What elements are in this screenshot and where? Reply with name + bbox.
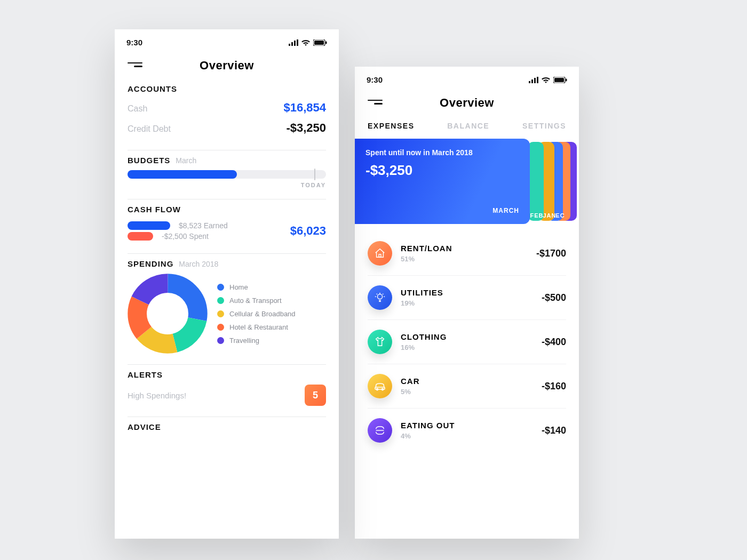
signal-icon: [529, 77, 538, 83]
spending-donut-chart[interactable]: [128, 274, 208, 354]
svg-rect-0: [529, 81, 530, 83]
legend-label: Cellular & Broadband: [229, 310, 296, 318]
cashflow-earned-row: $8,523 Earned: [128, 221, 290, 230]
svg-rect-14: [294, 41, 296, 46]
card-month-1[interactable]: [528, 142, 544, 221]
home-icon: [368, 241, 392, 266]
budget-bar[interactable]: [128, 170, 326, 179]
account-row-debt[interactable]: Credit Debt -$3,250: [128, 119, 326, 139]
legend-dot: [217, 337, 224, 344]
svg-point-24: [150, 297, 185, 331]
advice-section: ADVICE: [115, 420, 339, 444]
legend-dot: [217, 324, 224, 331]
food-icon: [368, 418, 392, 443]
page-title: Overview: [128, 59, 326, 73]
bulb-icon: [368, 285, 392, 310]
tab-expenses[interactable]: EXPENSES: [368, 122, 414, 130]
svg-rect-18: [325, 41, 327, 44]
earned-pill: [128, 221, 170, 230]
legend-item[interactable]: Travelling: [217, 337, 296, 345]
expense-item-rent[interactable]: RENT/LOAN 51% -$1700: [368, 231, 566, 276]
expense-amount: -$500: [542, 292, 566, 303]
account-row-cash[interactable]: Cash $16,854: [128, 99, 326, 119]
shirt-icon: [368, 330, 392, 354]
divider: [128, 199, 326, 199]
expense-pct: 19%: [401, 299, 533, 307]
expense-amount: -$140: [542, 425, 566, 436]
expense-item-eating[interactable]: EATING OUT 4% -$140: [368, 409, 566, 452]
svg-point-8: [377, 294, 382, 299]
signal-icon: [289, 39, 298, 46]
spent-pill: [128, 232, 153, 241]
accounts-section: ACCOUNTS Cash $16,854 Credit Debt -$3,25…: [115, 82, 339, 147]
svg-rect-7: [379, 254, 381, 258]
wifi-icon: [542, 77, 550, 83]
phone-expenses: 9:30 Overview EXPENSES BALANCE SETTINGS …: [355, 67, 579, 539]
legend-label: Travelling: [229, 337, 259, 345]
tab-balance[interactable]: BALANCE: [447, 122, 489, 130]
spending-section: SPENDING March 2018 HomeAuto & Transport…: [115, 257, 339, 361]
expense-pct: 4%: [401, 432, 533, 440]
app-header: Overview: [115, 51, 339, 82]
budget-bar-fill: [128, 170, 237, 179]
phone-overview: 9:30 Overview ACCOUNTS Cash $16,854 Cred…: [115, 29, 339, 539]
month-card-stack[interactable]: Spent until now in March 2018 -$3,250 MA…: [355, 139, 579, 224]
spending-title: SPENDING: [128, 259, 173, 268]
svg-rect-3: [537, 77, 538, 83]
legend-item[interactable]: Hotel & Restaurant: [217, 323, 296, 331]
alert-count-badge[interactable]: 5: [305, 385, 326, 406]
legend-item[interactable]: Auto & Transport: [217, 297, 296, 305]
status-time: 9:30: [126, 38, 142, 47]
expense-pct: 16%: [401, 343, 533, 351]
legend-dot: [217, 297, 224, 304]
status-bar: 9:30: [355, 67, 579, 89]
account-label: Cash: [128, 104, 147, 114]
budget-today-marker: [314, 169, 315, 180]
divider: [128, 364, 326, 365]
account-value: -$3,250: [286, 121, 326, 135]
account-value: $16,854: [283, 101, 326, 115]
legend-item[interactable]: Home: [217, 283, 296, 291]
battery-icon: [313, 39, 327, 46]
divider: [128, 253, 326, 254]
svg-rect-1: [531, 79, 533, 83]
card-month: MARCH: [365, 207, 519, 214]
card-tab-dec[interactable]: EC: [552, 212, 568, 219]
spent-label: -$2,500 Spent: [162, 232, 209, 241]
svg-rect-13: [291, 42, 293, 46]
budgets-section: BUDGETS March TODAY: [115, 154, 339, 196]
budgets-month: March: [176, 156, 196, 165]
svg-rect-6: [566, 78, 567, 81]
account-label: Credit Debt: [128, 124, 171, 134]
svg-rect-12: [289, 44, 290, 46]
expense-item-car[interactable]: CAR 5% -$160: [368, 364, 566, 409]
cashflow-section: CASH FLOW $8,523 Earned -$2,500 Spent $6…: [115, 203, 339, 250]
expense-pct: 5%: [401, 388, 533, 396]
card-current-month[interactable]: Spent until now in March 2018 -$3,250 MA…: [355, 139, 530, 224]
legend-item[interactable]: Cellular & Broadband: [217, 310, 296, 318]
wifi-icon: [301, 39, 310, 46]
spending-month: March 2018: [179, 260, 218, 268]
legend-label: Hotel & Restaurant: [229, 323, 288, 331]
expense-list: RENT/LOAN 51% -$1700 UTILITIES 19% -$500: [355, 229, 579, 454]
cashflow-title: CASH FLOW: [128, 205, 181, 214]
expense-title: CLOTHING: [401, 332, 533, 341]
expense-item-utilities[interactable]: UTILITIES 19% -$500: [368, 276, 566, 320]
svg-rect-15: [297, 39, 298, 46]
alerts-title: ALERTS: [128, 370, 163, 379]
legend-dot: [217, 284, 224, 291]
alerts-section: ALERTS High Spendings! 5: [115, 368, 339, 413]
cashflow-net: $6,023: [290, 224, 326, 238]
expense-amount: -$1700: [536, 248, 566, 259]
status-icons: [529, 77, 567, 83]
budget-today-label: TODAY: [128, 182, 326, 188]
battery-icon: [553, 77, 567, 83]
divider: [128, 417, 326, 417]
legend-label: Home: [229, 283, 248, 291]
expense-title: CAR: [401, 377, 533, 386]
tab-settings[interactable]: SETTINGS: [522, 122, 566, 130]
expense-item-clothing[interactable]: CLOTHING 16% -$400: [368, 320, 566, 364]
budgets-title: BUDGETS: [128, 156, 170, 165]
spending-legend: HomeAuto & TransportCellular & Broadband…: [217, 283, 296, 345]
tabs: EXPENSES BALANCE SETTINGS: [355, 119, 579, 137]
